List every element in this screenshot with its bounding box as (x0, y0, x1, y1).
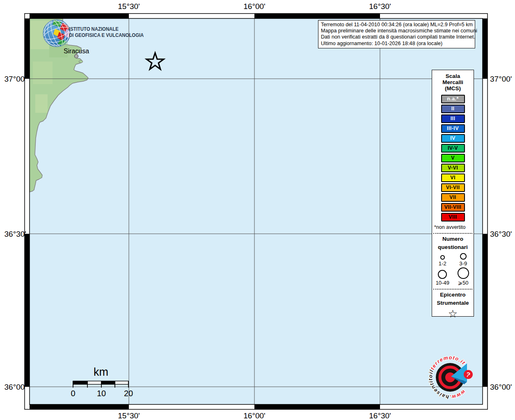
epicenter-title-line: Strumentale (432, 299, 474, 307)
questionnaire-title-line: questionari (432, 243, 474, 251)
intensity-swatch: II (441, 105, 465, 113)
intensity-swatch: IV-V (441, 144, 465, 153)
questionnaire-circle-icon (460, 253, 467, 260)
lon-label-bottom: 16°30' (369, 411, 391, 420)
lat-label-right: 36°30' (490, 230, 512, 238)
legend-panel: Scala Mercalli (MCS) n.a.* II III III-IV… (432, 70, 474, 317)
info-line-event: Terremoto del 11-04-2010 00:34:26 (ora l… (321, 22, 472, 28)
scale-tick-label: 10 (97, 389, 106, 398)
intensity-swatch: n.a.* (441, 95, 465, 103)
islet (79, 60, 83, 63)
ingv-name-line1: ISTITUTO NAZIONALE (69, 26, 158, 32)
epicenter-title-line: Epicentro (432, 291, 474, 299)
city-label-siracusa: Siracusa (64, 48, 89, 55)
lon-label-bottom: 16°00' (243, 411, 266, 420)
lon-label-top: 16°00' (243, 2, 266, 11)
intensity-swatch: VIII (441, 213, 465, 221)
intensity-swatch: III-IV (441, 124, 465, 133)
intensity-swatch: VII-VIII (441, 203, 465, 212)
lat-label-left: 36°30' (5, 230, 27, 238)
lat-label-right: 37°00' (490, 75, 512, 83)
scale-tick-label: 20 (124, 389, 133, 398)
questionnaire-class-label: 1-2 (439, 260, 446, 267)
lon-label-top: 15°30' (118, 2, 140, 11)
questionnaire-class-label: 3-9 (459, 260, 467, 267)
legend-divider (433, 289, 472, 290)
info-line-updated: Ultimo aggiornamento: 10-01-2026 18:48 (… (321, 41, 472, 47)
lon-label-top: 16°30' (369, 2, 391, 11)
lat-label-left: 37°00' (5, 75, 27, 83)
city-marker-siracusa (75, 55, 78, 58)
info-line-map-type: Mappa preliminare delle intensità macros… (321, 28, 472, 34)
ingv-wordmark: ISTITUTO NAZIONALE DI GEOFISICA E VULCAN… (69, 26, 158, 38)
scale-tick-label: 0 (71, 389, 75, 398)
intensity-swatch: IV (441, 134, 465, 143)
sea-area (30, 18, 483, 404)
legend-title-line: Mercalli (432, 79, 474, 85)
questionnaire-size-legend: 1-2 3-9 10-49 ⩾50 (432, 253, 474, 286)
lat-label-left: 36°00' (5, 383, 27, 391)
questionnaire-circle-icon (438, 270, 447, 279)
questionnaire-class-label: ⩾50 (458, 280, 468, 286)
legend-footnote: *non avvertito (434, 224, 474, 230)
questionnaire-class: ⩾50 (453, 267, 474, 286)
intensity-swatch: V (441, 154, 465, 162)
questionnaire-class-label: 10-49 (436, 280, 449, 286)
questionnaire-class: 10-49 (432, 267, 453, 286)
questionnaire-title-line: Numero (432, 235, 474, 243)
questionnaire-legend-title: Numero questionari (432, 235, 474, 251)
legend-divider (433, 233, 472, 234)
legend-title-line: Scala (432, 73, 474, 79)
earthquake-info-box: Terremoto del 11-04-2010 00:34:26 (ora l… (318, 20, 475, 48)
epicenter-legend-title: Epicentro Strumentale (432, 291, 474, 307)
intensity-swatch: VI (441, 173, 465, 182)
questionnaire-class: 3-9 (453, 253, 474, 267)
intensity-swatch: VI-VII (441, 183, 465, 192)
lon-label-bottom: 15°30' (118, 411, 140, 420)
scale-bar-unit: km (94, 366, 108, 378)
intensity-swatch: VII (441, 193, 465, 202)
epicenter-star-icon: ☆ (432, 308, 474, 320)
legend-title: Scala Mercalli (MCS) (432, 73, 474, 91)
ingv-name-line2: DI GEOFISICA E VULCANOLOGIA (69, 32, 158, 39)
intensity-swatch: III (441, 114, 465, 123)
legend-title-line: (MCS) (432, 85, 474, 91)
lat-label-right: 36°00' (490, 383, 512, 391)
questionnaire-circle-icon (440, 255, 445, 260)
questionnaire-circle-icon (458, 267, 469, 279)
info-line-data-source: Dati non verificati estratti da 8 questi… (321, 34, 472, 40)
intensity-scale: n.a.* II III III-IV IV IV-V V V-VI VI VI… (432, 95, 474, 221)
questionnaire-class: 1-2 (432, 253, 453, 267)
intensity-swatch: V-VI (441, 164, 465, 172)
macroseismic-map-page: 15°30' 16°00' 16°30' 15°30' 16°00' 16°30… (0, 0, 515, 420)
